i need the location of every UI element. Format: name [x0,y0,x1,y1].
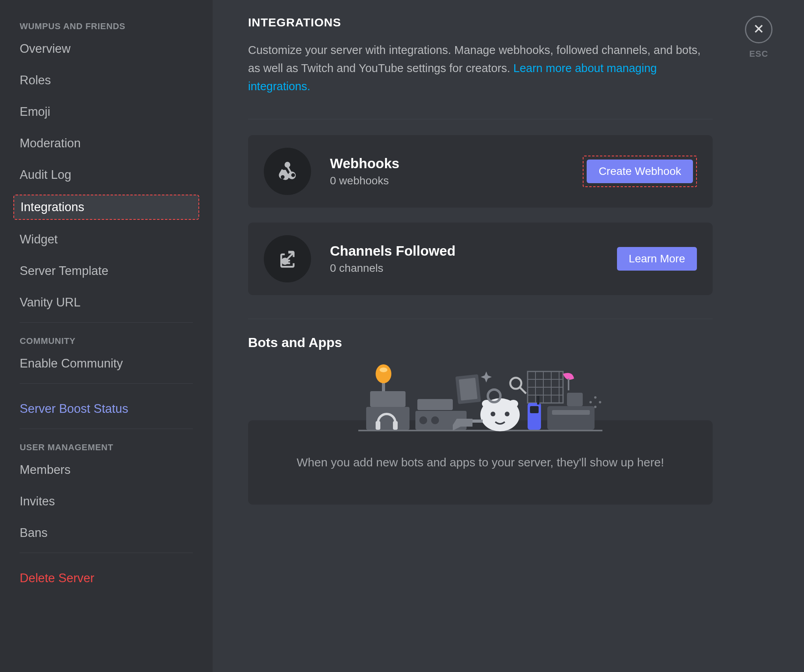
webhooks-card: Webhooks 0 webhooks Create Webhook [248,135,713,208]
svg-point-42 [589,401,592,403]
svg-rect-15 [393,421,398,430]
sidebar-item-server-boost[interactable]: Server Boost Status [13,397,199,421]
svg-point-18 [505,412,509,416]
create-webhook-highlight: Create Webhook [583,156,697,187]
sidebar-item-roles[interactable]: Roles [13,69,199,92]
sidebar-item-invites[interactable]: Invites [13,490,199,513]
sidebar-item-audit-log[interactable]: Audit Log [13,163,199,187]
sidebar: WUMPUS AND FRIENDS Overview Roles Emoji … [0,0,213,672]
divider [248,119,713,119]
bots-empty-text: When you add new bots and apps to your s… [297,456,664,469]
svg-rect-33 [547,406,595,430]
svg-point-10 [431,416,439,424]
content: ESC INTEGRATIONS Customize your server w… [213,0,804,672]
svg-line-23 [520,387,526,394]
sidebar-item-widget[interactable]: Widget [13,228,199,251]
channels-followed-title: Channels Followed [330,243,617,259]
close-icon [753,23,765,36]
create-webhook-button[interactable]: Create Webhook [587,160,693,183]
svg-rect-35 [567,393,583,406]
svg-point-17 [491,412,495,416]
svg-rect-43 [472,420,483,423]
sidebar-item-emoji[interactable]: Emoji [13,100,199,124]
close-label: ESC [745,49,773,59]
divider [248,319,713,319]
bots-illustration [248,360,713,436]
webhook-icon [264,148,311,195]
svg-point-41 [594,406,597,408]
sidebar-header-community: COMMUNITY [0,330,213,346]
channel-follow-icon [264,235,311,282]
sidebar-header-user-management: USER MANAGEMENT [0,437,213,453]
sidebar-item-integrations[interactable]: Integrations [13,195,199,220]
bots-and-apps-heading: Bots and Apps [248,335,804,350]
svg-point-40 [599,401,601,403]
channels-followed-card: Channels Followed 0 channels Learn More [248,223,713,295]
sidebar-header-server: WUMPUS AND FRIENDS [0,16,213,32]
learn-more-button[interactable]: Learn More [617,247,697,271]
svg-rect-37 [530,406,539,413]
svg-rect-3 [366,407,409,430]
svg-point-20 [509,400,518,408]
sidebar-item-server-template[interactable]: Server Template [13,259,199,283]
webhooks-title: Webhooks [330,156,583,171]
svg-point-9 [419,416,427,424]
sidebar-item-enable-community[interactable]: Enable Community [13,352,199,375]
page-description: Customize your server with integrations.… [248,41,713,95]
svg-rect-34 [552,410,590,415]
sidebar-item-overview[interactable]: Overview [13,37,199,61]
sidebar-item-members[interactable]: Members [13,458,199,482]
channels-followed-count: 0 channels [330,262,617,275]
sidebar-divider [20,429,193,429]
sidebar-item-delete-server[interactable]: Delete Server [13,566,199,590]
sidebar-divider [20,383,193,384]
svg-rect-14 [376,421,380,430]
sidebar-item-bans[interactable]: Bans [13,521,199,545]
svg-rect-4 [370,391,406,407]
webhooks-count: 0 webhooks [330,174,583,187]
sidebar-divider [20,553,193,553]
sidebar-item-moderation[interactable]: Moderation [13,132,199,155]
svg-point-22 [510,378,521,389]
svg-point-39 [594,396,597,399]
svg-point-6 [376,364,391,383]
svg-rect-2 [358,430,602,431]
close-button[interactable] [745,16,773,43]
svg-rect-13 [459,378,477,401]
sidebar-divider [20,322,193,323]
page-title: INTEGRATIONS [248,16,804,29]
svg-rect-11 [417,399,453,410]
svg-point-7 [380,368,387,372]
svg-rect-38 [537,396,539,405]
sidebar-item-vanity-url[interactable]: Vanity URL [13,291,199,314]
